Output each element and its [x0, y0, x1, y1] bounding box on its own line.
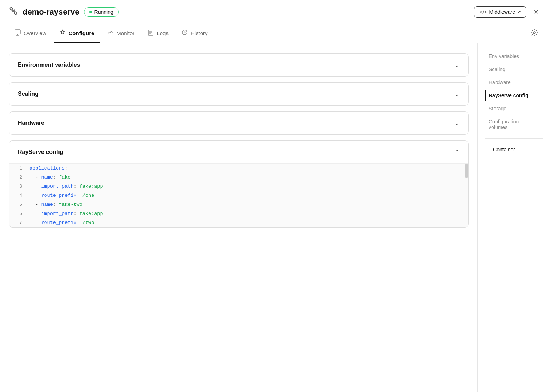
rayserve-config-header[interactable]: RayServe config ⌃: [9, 141, 468, 163]
svg-point-0: [10, 8, 13, 10]
tab-configure[interactable]: Configure: [54, 24, 100, 43]
line-num-3: 3: [9, 182, 27, 191]
line-content-2: - name: fake: [27, 173, 468, 182]
sidebar-divider: [485, 138, 543, 139]
scaling-header[interactable]: Scaling ⌄: [9, 83, 468, 105]
nav-tabs: Overview Configure Monitor Logs History: [0, 24, 550, 43]
code-scroll-area[interactable]: 1 applications: 2 - name: fake 3 import_…: [9, 164, 468, 227]
env-variables-header[interactable]: Environment variables ⌄: [9, 54, 468, 76]
tab-history-label: History: [191, 30, 208, 36]
code-line-4: 4 route_prefix: /one: [9, 191, 468, 200]
code-line-5: 5 - name: fake-two: [9, 200, 468, 209]
line-content-6: import_path: fake:app: [27, 209, 468, 218]
scaling-section: Scaling ⌄: [9, 82, 469, 106]
tab-overview[interactable]: Overview: [9, 24, 52, 43]
tab-logs-label: Logs: [157, 30, 169, 36]
status-badge: Running: [84, 7, 119, 17]
main-content: Environment variables ⌄ Scaling ⌄ Hardwa…: [0, 43, 550, 392]
line-num-5: 5: [9, 200, 27, 209]
add-container-button[interactable]: + Container: [485, 144, 543, 155]
close-button[interactable]: ×: [531, 6, 541, 18]
svg-point-1: [15, 12, 17, 15]
app-icon: [9, 6, 18, 18]
tab-history[interactable]: History: [176, 24, 214, 43]
sidebar-item-configuration-volumes[interactable]: Configuration volumes: [485, 116, 543, 133]
external-link-icon: ↗: [517, 9, 521, 15]
rayserve-config-chevron: ⌃: [454, 148, 460, 156]
header-right: </> Middleware ↗ ×: [474, 6, 541, 18]
scaling-chevron: ⌄: [454, 90, 460, 98]
middleware-label: Middleware: [489, 9, 515, 15]
env-variables-chevron: ⌄: [454, 61, 460, 69]
svg-point-12: [533, 32, 535, 34]
line-content-1: applications:: [27, 164, 468, 173]
scrollbar-indicator: [465, 164, 468, 178]
add-container-label: + Container: [489, 147, 515, 152]
tab-monitor-label: Monitor: [116, 30, 134, 36]
header: demo-rayserve Running </> Middleware ↗ ×: [0, 0, 550, 24]
line-content-4: route_prefix: /one: [27, 191, 468, 200]
status-label: Running: [94, 9, 113, 15]
tab-monitor[interactable]: Monitor: [101, 24, 140, 43]
history-icon: [182, 29, 188, 37]
hardware-header[interactable]: Hardware ⌄: [9, 112, 468, 134]
header-left: demo-rayserve Running: [9, 6, 468, 18]
rayserve-config-section: RayServe config ⌃ 1 applications: 2 - na…: [9, 140, 469, 228]
code-line-1: 1 applications:: [9, 164, 468, 173]
env-variables-section: Environment variables ⌄: [9, 53, 469, 77]
scaling-title: Scaling: [18, 91, 39, 97]
hardware-chevron: ⌄: [454, 119, 460, 127]
sidebar-item-rayserve-config[interactable]: RayServe config: [485, 90, 543, 101]
app-window: demo-rayserve Running </> Middleware ↗ ×…: [0, 0, 550, 392]
sidebar-item-env-variables[interactable]: Env variables: [485, 50, 543, 62]
line-content-5: - name: fake-two: [27, 200, 468, 209]
logs-icon: [147, 29, 154, 37]
tab-overview-label: Overview: [24, 30, 46, 36]
line-content-3: import_path: fake:app: [27, 182, 468, 191]
env-variables-title: Environment variables: [18, 62, 80, 68]
line-num-2: 2: [9, 173, 27, 182]
svg-rect-4: [15, 30, 20, 34]
code-line-6: 6 import_path: fake:app: [9, 209, 468, 218]
sidebar-item-hardware[interactable]: Hardware: [485, 77, 543, 88]
right-sidebar: Env variables Scaling Hardware RayServe …: [477, 43, 550, 392]
line-num-6: 6: [9, 209, 27, 218]
rayserve-config-body: 1 applications: 2 - name: fake 3 import_…: [9, 163, 468, 227]
tab-logs[interactable]: Logs: [142, 24, 174, 43]
sidebar-item-storage[interactable]: Storage: [485, 103, 543, 114]
sidebar-item-scaling[interactable]: Scaling: [485, 64, 543, 75]
code-line-7: 7 route_prefix: /two: [9, 218, 468, 227]
settings-button[interactable]: [527, 26, 541, 41]
code-line-2: 2 - name: fake: [9, 173, 468, 182]
status-dot: [89, 11, 92, 13]
hardware-title: Hardware: [18, 120, 44, 126]
rayserve-config-title: RayServe config: [18, 149, 63, 155]
monitor-icon: [107, 29, 113, 37]
middleware-icon: </>: [480, 9, 487, 15]
configure-icon: [60, 29, 66, 37]
line-num-1: 1: [9, 164, 27, 173]
line-content-7: route_prefix: /two: [27, 218, 468, 227]
middleware-button[interactable]: </> Middleware ↗: [474, 6, 526, 18]
app-title: demo-rayserve: [23, 7, 80, 17]
overview-icon: [15, 29, 21, 37]
content-area: Environment variables ⌄ Scaling ⌄ Hardwa…: [0, 43, 477, 392]
hardware-section: Hardware ⌄: [9, 111, 469, 135]
line-num-4: 4: [9, 191, 27, 200]
line-num-7: 7: [9, 218, 27, 227]
code-line-3: 3 import_path: fake:app: [9, 182, 468, 191]
tab-configure-label: Configure: [69, 30, 94, 36]
